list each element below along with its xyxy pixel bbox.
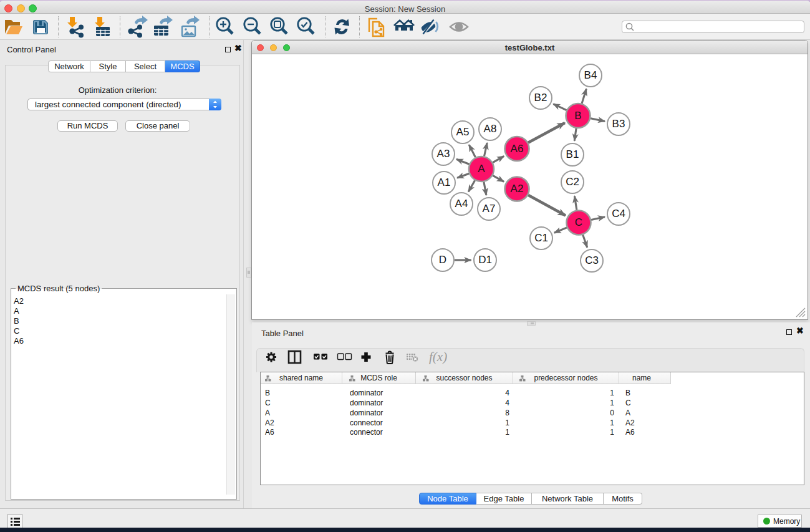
svg-text:B: B — [574, 110, 581, 122]
svg-text:A: A — [478, 163, 485, 175]
svg-text:C: C — [575, 216, 582, 228]
svg-text:C1: C1 — [534, 232, 548, 244]
svg-text:A3: A3 — [437, 148, 450, 160]
svg-text:B4: B4 — [584, 69, 597, 81]
svg-text:B2: B2 — [534, 92, 547, 104]
svg-text:A5: A5 — [456, 126, 470, 138]
svg-text:A8: A8 — [484, 123, 497, 135]
svg-text:C3: C3 — [585, 254, 599, 266]
svg-text:C2: C2 — [566, 176, 579, 188]
svg-text:A1: A1 — [438, 177, 451, 188]
svg-text:D: D — [439, 254, 446, 266]
svg-text:C4: C4 — [612, 208, 625, 220]
svg-text:f(x): f(x) — [429, 349, 447, 364]
svg-text:D1: D1 — [478, 254, 492, 266]
svg-text:A7: A7 — [483, 203, 496, 215]
svg-text:A6: A6 — [511, 143, 524, 155]
svg-text:A4: A4 — [455, 198, 468, 210]
svg-text:B1: B1 — [566, 148, 579, 160]
svg-text:A2: A2 — [511, 183, 524, 195]
svg-text:B3: B3 — [612, 118, 625, 130]
